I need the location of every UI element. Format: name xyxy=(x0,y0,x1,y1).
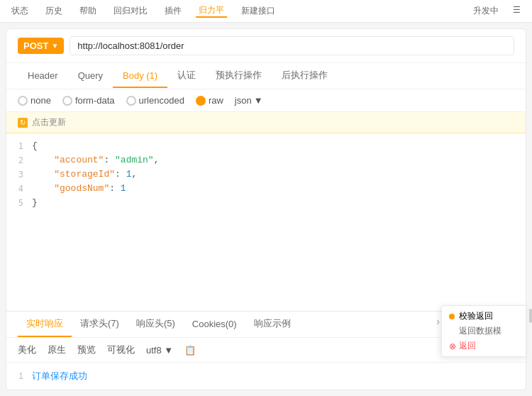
option-form-data[interactable]: form-data xyxy=(62,95,115,106)
option-none[interactable]: none xyxy=(18,95,51,106)
editor-area: ↻ 点击更新 1 { 2 "account": "admin", 3 xyxy=(6,112,526,311)
key-account: "account" xyxy=(32,155,104,165)
sub-tab-preview[interactable]: 预览 xyxy=(77,342,96,358)
nav-compare[interactable]: 回归对比 xyxy=(111,5,150,17)
code-content-5: } xyxy=(32,196,38,210)
resp-tab-realtime[interactable]: 实时响应 xyxy=(18,312,72,337)
option-form-data-label: form-data xyxy=(75,95,115,106)
orange-dot-icon xyxy=(449,314,455,319)
nav-right: 升发中 ☰ xyxy=(470,5,523,17)
val-account: "admin" xyxy=(115,155,154,165)
val-goodsNum: 1 xyxy=(121,183,126,194)
tab-post-exec[interactable]: 后执行操作 xyxy=(272,63,338,89)
line-num-5: 5 xyxy=(6,196,32,210)
option-urlencoded-label: urlencoded xyxy=(139,95,184,106)
expand-panel-arrow-icon[interactable]: › xyxy=(436,316,440,327)
radio-form-data-icon xyxy=(62,96,72,106)
code-line-3: 3 "storageId": 1, xyxy=(6,167,526,182)
tab-body[interactable]: Body (1) xyxy=(113,65,167,88)
code-line-4: 4 "goodsNum": 1 xyxy=(6,182,526,196)
tab-header[interactable]: Header xyxy=(18,65,68,88)
sub-tab-beautify[interactable]: 美化 xyxy=(18,342,36,358)
nav-history[interactable]: 历史 xyxy=(43,5,65,17)
code-content-4: "goodsNum": 1 xyxy=(32,182,126,196)
option-none-label: none xyxy=(31,95,51,106)
response-body: 1 订单保存成功 xyxy=(6,363,526,390)
url-bar: POST ▼ xyxy=(6,29,526,63)
sub-tab-visual[interactable]: 可视化 xyxy=(107,342,135,358)
option-urlencoded[interactable]: urlencoded xyxy=(126,95,184,106)
resp-content-1: 订单保存成功 xyxy=(32,368,87,384)
nav-help[interactable]: 帮助 xyxy=(77,5,99,17)
right-panel: 校验返回 返回数据模 ⊗ 返回 xyxy=(441,305,526,357)
code-line-5: 5 } xyxy=(6,196,526,210)
code-content-1: { xyxy=(32,139,38,153)
update-icon: ↻ xyxy=(18,118,28,128)
method-select[interactable]: POST ▼ xyxy=(18,38,64,54)
json-label: json xyxy=(235,95,252,106)
code-line-2: 2 "account": "admin", xyxy=(6,153,526,167)
code-content-3: "storageId": 1, xyxy=(32,167,137,182)
sub-tab-copy-icon[interactable]: 📋 xyxy=(184,343,196,357)
update-label: 点击更新 xyxy=(32,116,66,128)
top-nav: 状态 历史 帮助 回归对比 插件 归力平 新建接口 升发中 ☰ xyxy=(0,0,532,23)
line-num-3: 3 xyxy=(6,167,32,182)
tab-auth[interactable]: 认证 xyxy=(167,63,206,89)
json-arrow-icon: ▼ xyxy=(254,95,263,106)
nav-upgrade[interactable]: 升发中 xyxy=(470,5,501,17)
body-options: none form-data urlencoded raw json ▼ xyxy=(6,89,526,112)
key-storageId: "storageId" xyxy=(32,169,115,180)
panel-return[interactable]: ⊗ 返回 xyxy=(449,340,519,352)
radio-urlencoded-icon xyxy=(126,96,136,106)
method-arrow-icon: ▼ xyxy=(51,42,58,50)
url-input[interactable] xyxy=(70,36,514,55)
error-circle-icon: ⊗ xyxy=(449,341,456,351)
sub-tab-utf8[interactable]: utf8 ▼ xyxy=(146,343,173,357)
resp-tab-req-headers[interactable]: 请求头(7) xyxy=(72,312,128,337)
tab-pre-exec[interactable]: 预执行操作 xyxy=(206,63,272,89)
nav-active[interactable]: 归力平 xyxy=(196,4,227,18)
code-content-2: "account": "admin", xyxy=(32,153,159,167)
option-raw-label: raw xyxy=(209,95,223,106)
resp-line-num-1: 1 xyxy=(6,368,32,384)
tab-query[interactable]: Query xyxy=(68,65,113,88)
nav-menu[interactable]: ☰ xyxy=(510,5,523,17)
json-select[interactable]: json ▼ xyxy=(235,95,263,106)
sub-tab-raw[interactable]: 原生 xyxy=(48,342,66,358)
option-raw[interactable]: raw xyxy=(196,95,223,106)
line-num-2: 2 xyxy=(6,153,32,167)
key-goodsNum: "goodsNum" xyxy=(32,183,109,194)
scrollbar-handle[interactable] xyxy=(529,309,532,323)
nav-new-api[interactable]: 新建接口 xyxy=(238,5,278,17)
panel-return-data[interactable]: 返回数据模 xyxy=(449,325,519,337)
line-num-4: 4 xyxy=(6,182,32,196)
nav-plugin[interactable]: 插件 xyxy=(162,5,184,17)
line-num-1: 1 xyxy=(6,139,32,153)
resp-tab-resp-headers[interactable]: 响应头(5) xyxy=(128,312,184,337)
method-label: POST xyxy=(23,40,48,51)
panel-validate[interactable]: 校验返回 xyxy=(449,310,519,322)
nav-status[interactable]: 状态 xyxy=(9,5,31,17)
request-tabs: Header Query Body (1) 认证 预执行操作 后执行操作 xyxy=(6,63,526,89)
code-line-1: 1 { xyxy=(6,139,526,153)
panel-return-label: 返回 xyxy=(459,340,476,352)
code-editor[interactable]: 1 { 2 "account": "admin", 3 "storageId":… xyxy=(6,133,526,311)
resp-tab-example[interactable]: 响应示例 xyxy=(245,312,299,337)
update-hint[interactable]: ↻ 点击更新 xyxy=(6,112,526,133)
resp-tab-cookies[interactable]: Cookies(0) xyxy=(184,313,245,336)
radio-none-icon xyxy=(18,96,28,106)
panel-validate-label: 校验返回 xyxy=(459,310,493,322)
radio-raw-icon xyxy=(196,96,206,106)
utf8-arrow-icon: ▼ xyxy=(164,345,173,356)
